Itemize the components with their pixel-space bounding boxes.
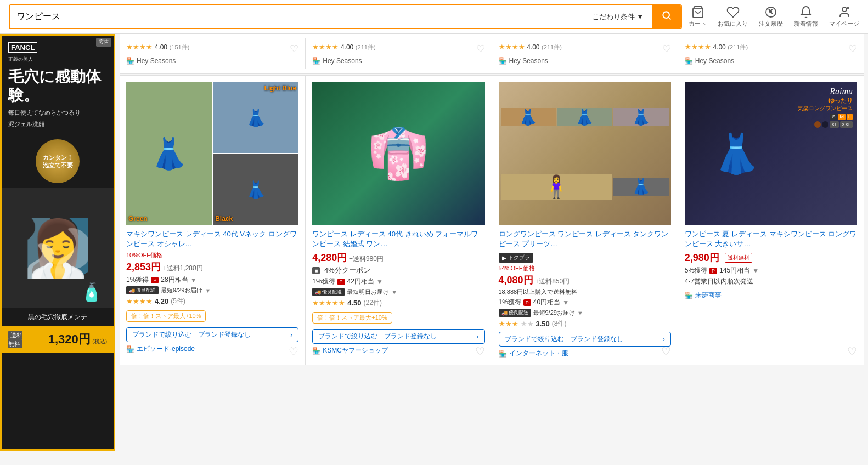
product-img-green: 👗 Green xyxy=(126,82,212,225)
color-brown xyxy=(814,121,821,128)
shop-label-p3[interactable]: インターネット・服 xyxy=(509,349,568,358)
shop-icon-p3: 🏪 xyxy=(499,350,507,358)
shop-icon-p4: 🏪 xyxy=(685,292,693,299)
search-submit-button[interactable] xyxy=(652,5,681,28)
filter-button[interactable]: こだわり条件 ▼ xyxy=(583,5,652,28)
order-label: 注文履歴 xyxy=(759,20,783,28)
ad-circle: カンタン！ 泡立て不要 xyxy=(36,139,80,183)
notifications-icon-item[interactable]: 新着情報 xyxy=(794,5,818,28)
review-score-3: 3.50 xyxy=(536,320,550,328)
free-ship-badge-4: 送料無料 xyxy=(725,253,752,263)
heart-icon xyxy=(726,5,740,19)
card-heart-4[interactable]: ♡ xyxy=(847,345,857,358)
point-text-4: 5%獲得 xyxy=(685,266,707,275)
img-grey: 👗 xyxy=(613,108,669,126)
mypage-icon-item[interactable]: マイページ xyxy=(829,5,859,28)
favorite-heart-2[interactable]: ♡ xyxy=(476,43,485,55)
product-img-2: 👘 xyxy=(368,125,429,183)
favorite-heart-3[interactable]: ♡ xyxy=(662,43,671,55)
shop-icon-1: 🏪 xyxy=(126,57,134,65)
product-card-2: 👘 ワンピース レディース 40代 きれいめ フォーマルワンピース 結婚式 ワン… xyxy=(306,76,492,365)
stars-4: ★★★★ xyxy=(685,43,711,51)
point-row-1: 1%獲得 P 28円相当 ▼ xyxy=(126,275,298,285)
shop-label-p4[interactable]: 来夢商事 xyxy=(695,291,722,300)
product-title-2[interactable]: ワンピース レディース 40代 きれいめ フォーマルワンピース 結婚式 ワン… xyxy=(312,229,484,249)
ad-sub1: 毎日使えてなめらかつるり xyxy=(8,109,107,117)
product-image-2[interactable]: 👘 xyxy=(312,82,484,225)
svg-line-1 xyxy=(669,18,671,20)
shop-label-p2[interactable]: KSMCヤフーショップ xyxy=(323,346,388,355)
color-label-blue: Light Blue xyxy=(264,84,297,92)
point-yen-4: 145円相当 xyxy=(719,266,750,275)
brand-filter-btn-2[interactable]: ブランドで絞り込む ブランド登録なし › xyxy=(312,329,484,344)
color-label-green: Green xyxy=(128,215,148,223)
filter-label: こだわり条件 ▼ xyxy=(592,12,644,22)
search-input[interactable] xyxy=(10,5,583,28)
delivery-days-4: 4-7営業日以内順次発送 xyxy=(685,277,857,286)
product-title-4[interactable]: ワンピース 夏 レディース マキシワンピース ロングワンピース 大きいサ… xyxy=(685,229,857,249)
rating-4: 4.00 xyxy=(713,43,725,51)
top-row-item-1: ★★★★ 4.00 (151件) ♡ 🏪 Hey Seasons xyxy=(120,38,306,69)
delivery-date-1: 最短9/29お届け xyxy=(161,286,202,294)
product-title-3[interactable]: ロングワンピース ワンピース レディース タンクワンピース プリーツ… xyxy=(499,229,671,249)
size-xxl: XXL xyxy=(840,121,853,128)
favorite-heart-4[interactable]: ♡ xyxy=(848,43,857,55)
shop-icon-3: 🏪 xyxy=(499,57,507,65)
product-image-4[interactable]: 👗 Raimu ゆったり 気楽ロングワンピース S M L xyxy=(685,82,857,225)
point-badge-2: P xyxy=(337,279,345,285)
brand-arrow-2: › xyxy=(477,333,479,341)
product-image-3[interactable]: 👗 👗 👗 🧍‍♀️ 👗 xyxy=(499,82,671,225)
tokupla-badge: ▶ トクプラ xyxy=(499,253,533,263)
order-history-icon-item[interactable]: ¥ 注文履歴 xyxy=(759,5,783,28)
product-card-3: 👗 👗 👗 🧍‍♀️ 👗 ロングワンピース ワンピース レディース タンクワンピ… xyxy=(492,76,678,365)
shop-name-3[interactable]: Hey Seasons xyxy=(509,57,548,65)
stars-3: ★★★★ xyxy=(499,43,525,51)
sidebar-ad[interactable]: 広告 FANCL 正義の美人 毛穴に感動体験。 毎日使えてなめらかつるり 泥ジェ… xyxy=(0,34,115,451)
ad-image: 🧖‍♀️ 🧴 xyxy=(2,188,114,308)
product-img-blue: 👗 Light Blue xyxy=(213,82,298,153)
img-model3: 🧍‍♀️ xyxy=(501,174,613,200)
ad-brand: FANCL xyxy=(8,42,37,53)
cart-label: カート xyxy=(689,20,707,28)
ad-label: 広告 xyxy=(96,38,111,47)
review-count-3: (8件) xyxy=(552,319,567,328)
shop-name-1[interactable]: Hey Seasons xyxy=(137,57,176,65)
ad-content: FANCL 正義の美人 毛穴に感動体験。 毎日使えてなめらかつるり 泥ジェル洗顔 xyxy=(2,36,114,135)
shop-name-2[interactable]: Hey Seasons xyxy=(323,57,362,65)
point-text-3: 1%獲得 xyxy=(499,298,521,307)
card-heart-2[interactable]: ♡ xyxy=(475,345,485,358)
top-row-item-4: ★★★★ 4.00 (211件) ♡ 🏪 Hey Seasons xyxy=(678,38,864,69)
rating-1: 4.00 xyxy=(155,43,167,51)
price-ship-2: +送料980円 xyxy=(349,255,384,263)
brand-filter-btn-1[interactable]: ブランドで絞り込む ブランド登録なし › xyxy=(126,327,298,342)
size-m: M xyxy=(838,114,846,120)
card-heart-1[interactable]: ♡ xyxy=(289,345,298,358)
point-yen-3: 40円相当 xyxy=(533,298,560,307)
favorites-icon-item[interactable]: お気に入り xyxy=(718,5,748,28)
shop-icon-p1: 🏪 xyxy=(126,345,134,353)
cart-icon xyxy=(691,5,704,19)
stars-1: ★★★★ xyxy=(126,43,153,51)
point-badge-1: P xyxy=(151,277,159,283)
product-image-1[interactable]: 👗 Green 👗 Light Blue 👗 Black xyxy=(126,82,298,225)
truck-icon-3: 🚚 xyxy=(501,310,508,316)
ad-free-badge: 送料無料 xyxy=(8,331,22,348)
shop-row-2: 🏪 Hey Seasons xyxy=(312,57,484,65)
ad-bottom-bar: 送料無料 1,320円 (税込) xyxy=(2,326,114,353)
review-row-1: ★★★★ 4.20 (5件) xyxy=(126,297,298,306)
cart-icon-item[interactable]: カート xyxy=(689,5,707,28)
delivery-badge-3: 🚚 優良配送 xyxy=(499,309,531,317)
ad-circle-text: カンタン！ 泡立て不要 xyxy=(43,154,73,169)
favorite-heart-1[interactable]: ♡ xyxy=(290,43,298,55)
review-score-2: 4.50 xyxy=(347,299,361,307)
shop-label-p1[interactable]: エピソード-episode xyxy=(137,344,195,354)
product-title-1[interactable]: マキシワンピース レディース 40代 Vネック ロングワンピース オシャレ… xyxy=(126,229,298,249)
brand-filter-btn-3[interactable]: ブランドで絞り込む ブランド登録なし › xyxy=(499,332,671,347)
price-ship-1: +送料1,280円 xyxy=(163,264,203,272)
count-1: (151件) xyxy=(170,44,190,50)
shop-name-4[interactable]: Hey Seasons xyxy=(695,57,734,65)
product-list: ★★★★ 4.00 (151件) ♡ 🏪 Hey Seasons ★★★★ 4.… xyxy=(115,34,868,451)
card-heart-3[interactable]: ♡ xyxy=(661,345,671,358)
bai-badge-2: 倍！倍！ストア最大+10% xyxy=(312,312,392,324)
shop-name-p3: 🏪 インターネット・服 xyxy=(499,349,671,358)
